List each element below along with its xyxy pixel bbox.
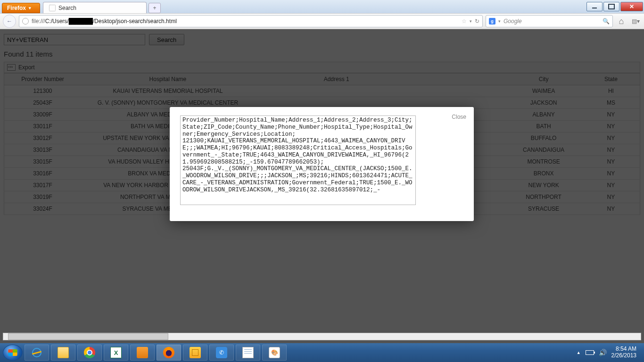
taskbar-lync[interactable]: ✆ [209, 345, 234, 361]
taskbar-firefox[interactable] [157, 345, 181, 361]
search-engine-dropdown-icon[interactable]: ▾ [498, 19, 501, 24]
horizontal-scrollbar[interactable] [3, 333, 641, 340]
paint-icon: 🎨 [269, 347, 280, 358]
taskbar-explorer[interactable] [51, 345, 75, 361]
export-modal: Close Provider_Number;Hospital_Name;Addr… [170, 107, 474, 221]
taskbar-excel[interactable]: X [104, 345, 128, 361]
bookmarks-icon: ▤▾ [632, 18, 640, 25]
globe-icon [22, 18, 29, 25]
url-scheme: file:/// [32, 18, 45, 25]
back-arrow-icon: ← [7, 18, 12, 25]
home-icon: ⌂ [619, 16, 624, 26]
browser-window: Firefox Search + ← file:///C:/Users/████… [0, 0, 644, 343]
volume-icon[interactable]: 🔊 [599, 349, 607, 356]
lync-icon: ✆ [216, 347, 227, 358]
modal-close-button[interactable]: Close [452, 114, 466, 120]
new-tab-button[interactable]: + [149, 3, 161, 13]
tab-favicon [49, 5, 56, 11]
notepad-icon [242, 347, 254, 358]
orange-app-icon [137, 347, 148, 358]
reload-icon[interactable]: ↻ [475, 18, 479, 25]
taskbar-chrome[interactable] [77, 345, 102, 361]
taskbar-app1[interactable] [130, 345, 155, 361]
url-path-2: /Desktop/json-search/search.html [93, 18, 177, 25]
tray-date: 2/26/2013 [611, 353, 636, 359]
home-button[interactable]: ⌂ [616, 16, 627, 27]
scrollbar-thumb[interactable] [8, 333, 168, 340]
firefox-app-label: Firefox [7, 5, 26, 11]
tray-chevron-icon[interactable]: ▲ [577, 350, 581, 355]
url-path-redacted: ██████ [69, 18, 93, 25]
navigation-toolbar: ← file:///C:/Users/██████/Desktop/json-s… [0, 13, 644, 29]
page-viewport: Search Found 11 items Export Provider Nu… [0, 29, 644, 343]
tab-strip: Firefox Search + [0, 0, 644, 13]
battery-icon[interactable] [586, 350, 594, 355]
firefox-app-button[interactable]: Firefox [2, 3, 40, 13]
window-close-button[interactable] [620, 2, 643, 11]
firefox-icon [163, 347, 174, 358]
browser-search-box[interactable]: g ▾ Google 🔍 [486, 15, 613, 27]
excel-icon: X [110, 347, 122, 358]
system-tray: ▲ 🔊 8:54 AM 2/26/2013 [577, 346, 641, 359]
export-textarea[interactable]: Provider_Number;Hospital_Name;Address_1;… [180, 115, 416, 205]
taskbar-ie[interactable] [25, 345, 49, 361]
ie-icon [32, 348, 41, 357]
browser-tab[interactable]: Search [43, 2, 147, 13]
address-bar[interactable]: file:///C:/Users/██████/Desktop/json-sea… [19, 15, 483, 27]
tray-time: 8:54 AM [611, 346, 636, 353]
folder-icon [58, 347, 69, 358]
google-icon[interactable]: g [489, 18, 495, 25]
chrome-icon [84, 347, 95, 358]
window-minimize-button[interactable] [586, 2, 603, 11]
window-maximize-button[interactable] [603, 2, 619, 11]
url-dropdown-icon[interactable]: ▾ [470, 19, 472, 24]
back-button[interactable]: ← [3, 15, 16, 28]
url-text: file:///C:/Users/██████/Desktop/json-sea… [32, 18, 459, 25]
url-path-1: C:/Users/ [45, 18, 69, 25]
tray-clock[interactable]: 8:54 AM 2/26/2013 [611, 346, 636, 359]
outlook-icon [190, 347, 201, 358]
plus-icon: + [153, 5, 157, 11]
bookmark-star-icon[interactable]: ☆ [462, 18, 467, 25]
start-button[interactable] [3, 345, 23, 361]
tab-title: Search [58, 5, 76, 11]
taskbar-paint[interactable]: 🎨 [262, 345, 287, 361]
windows-taskbar: X ✆ 🎨 ▲ 🔊 8:54 AM 2/26/2013 [0, 343, 644, 362]
search-placeholder: Google [504, 18, 522, 25]
search-magnifier-icon[interactable]: 🔍 [603, 18, 610, 25]
taskbar-notepad[interactable] [236, 345, 260, 361]
bookmarks-menu-button[interactable]: ▤▾ [630, 16, 641, 27]
taskbar-outlook[interactable] [183, 345, 207, 361]
